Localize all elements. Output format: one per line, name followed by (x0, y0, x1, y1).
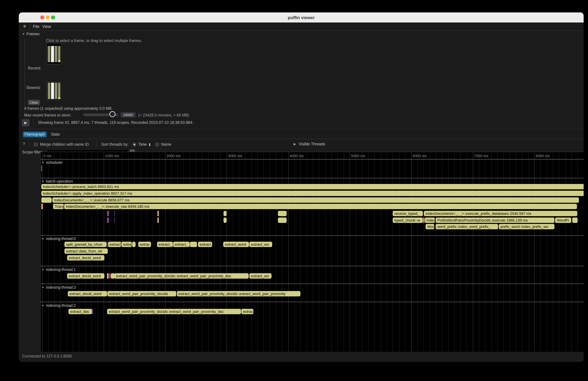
gridline-minor (436, 152, 436, 359)
scope-bar[interactable]: typed_chunk::w (393, 217, 423, 223)
menu-view[interactable]: View (42, 24, 51, 29)
scope-bar[interactable]: extract_word (223, 242, 249, 247)
scope-bar[interactable]: IndexDocuments<_, _>::execute_prefix_dat… (424, 211, 577, 216)
scope-bar[interactable]: Word (426, 224, 434, 229)
scope-bar[interactable] (107, 273, 108, 279)
scope-bar[interactable] (157, 217, 159, 223)
scope-bar[interactable] (108, 217, 108, 223)
scope-bar[interactable] (114, 211, 115, 216)
sort-time-label[interactable]: Time (138, 142, 147, 146)
scope-bar[interactable] (423, 217, 424, 223)
scope-bar[interactable]: extract_ (173, 242, 189, 247)
help-button[interactable]: ? (23, 142, 25, 146)
frames-section-header[interactable]: ▼Frames (22, 32, 40, 36)
scope-bar[interactable] (278, 211, 287, 216)
slowest-frames-thumbnail[interactable] (46, 82, 62, 100)
scope-bar[interactable]: extract_wo (249, 273, 271, 279)
scope-bar[interactable]: extract_doc (68, 309, 91, 314)
scope-bar[interactable]: prefix_word::index_prefix_wo (499, 224, 554, 229)
frame-bar[interactable] (58, 83, 61, 99)
max-frames-value[interactable]: 18000 (121, 112, 136, 118)
frame-bar[interactable] (55, 46, 57, 62)
scope-bar[interactable]: extract_word_pair_proximity_docids::extr… (177, 291, 300, 296)
menu-file[interactable]: File (33, 24, 40, 29)
scope-bar[interactable] (114, 217, 115, 223)
scope-bar[interactable] (108, 273, 109, 279)
clear-frames-button[interactable]: Clear (28, 100, 40, 105)
scope-bar[interactable] (106, 242, 107, 247)
scope-bar[interactable]: extract_docid_word (68, 291, 107, 296)
tab-flamegraph[interactable]: Flamegraph (23, 132, 47, 137)
scope-bar[interactable]: extract_docid_word (67, 255, 104, 260)
scope-bar[interactable]: extrac (138, 242, 151, 247)
scope-bar[interactable]: index (425, 217, 435, 223)
sort-time-radio[interactable] (132, 142, 137, 147)
scope-bar[interactable] (223, 211, 227, 216)
scope-bar[interactable] (108, 211, 108, 216)
scope-bar[interactable] (111, 273, 115, 279)
thread-section-header[interactable]: ▼indexing-thread:2 (42, 303, 76, 307)
gridline-minor (300, 152, 301, 359)
scope-bar[interactable]: extract_word_pair_proximity_docids::extr… (114, 273, 249, 279)
scope-bar[interactable]: extract (108, 242, 121, 247)
gridline-minor (141, 152, 141, 359)
scope-bar[interactable] (91, 309, 93, 314)
scope-bar[interactable]: extract_wo (249, 242, 272, 247)
scope-bar[interactable]: extract_word_pair_proximity_docids (107, 291, 176, 296)
gridline-minor (116, 152, 116, 359)
thread-section-header[interactable]: ▼indexing-thread:3 (42, 285, 76, 289)
tab-stats[interactable]: Stats (51, 132, 60, 136)
thread-section-header[interactable]: ▼indexing-thread:1 (42, 268, 76, 272)
scope-bar[interactable] (41, 204, 43, 209)
frame-bar[interactable] (58, 46, 61, 62)
scope-bar[interactable]: extra (122, 242, 132, 247)
play-button[interactable]: ▶ (22, 119, 30, 127)
scope-bar[interactable] (107, 211, 108, 216)
gridline-minor (516, 152, 516, 359)
frame-bar-selected[interactable] (51, 83, 54, 99)
scope-bar[interactable] (223, 217, 227, 223)
scope-bar[interactable]: extract::data_from_ob (64, 248, 107, 254)
time-axis-label-top: 6000 ms (413, 154, 427, 158)
max-frames-slider-knob[interactable] (109, 111, 115, 117)
frame-bar[interactable] (48, 83, 50, 99)
scope-bar[interactable] (110, 273, 110, 279)
thread-section-header[interactable]: ▼scheduler (42, 160, 63, 165)
flamegraph-panel[interactable]: 0 ms1000 ms2000 ms3000 ms4000 ms5000 ms6… (40, 152, 584, 360)
scope-bar[interactable]: extrac (241, 309, 253, 314)
merge-children-checkbox[interactable] (34, 142, 38, 147)
gridline-minor (294, 152, 295, 359)
scope-bar[interactable]: extract (198, 242, 212, 247)
scope-bar[interactable] (107, 217, 108, 223)
scope-bar[interactable] (132, 242, 136, 247)
scope-bar[interactable]: IndexDocuments<_, _>::execute 8656.677 m… (52, 197, 579, 203)
scope-bar[interactable]: extract_word_pair_proximity_docids::extr… (107, 309, 241, 314)
scope-bar[interactable]: extract_docid_word (67, 273, 104, 279)
frame-bar[interactable] (55, 83, 57, 99)
sort-name-label[interactable]: Name (161, 142, 171, 146)
frame-bar[interactable] (48, 46, 50, 62)
scope-bar[interactable]: IndexScheduler>::process_batch 8953.821 … (41, 184, 584, 189)
sort-name-radio[interactable] (155, 142, 159, 147)
visible-threads-header[interactable]: Visible Threads (299, 142, 325, 146)
scope-bar[interactable] (41, 197, 52, 203)
scope-bar[interactable] (157, 211, 159, 216)
scope-bar[interactable]: IndexScheduler>::apply_index_operation 8… (41, 191, 584, 196)
recent-frames-thumbnail[interactable] (46, 43, 62, 64)
scope-bar[interactable]: IndexDocuments<_, _>::execute_raw 8459.1… (64, 204, 577, 209)
scope-bar[interactable]: WordPr (555, 217, 571, 223)
scope-bar[interactable] (190, 242, 197, 247)
thread-section-header[interactable]: ▼batch-operation (42, 179, 73, 183)
scope-bar[interactable]: PrefixWordPairsProximityDocids::execute … (436, 217, 554, 223)
thread-section-header[interactable]: ▼indexing-thread:0 (42, 237, 76, 241)
scope-bar[interactable] (278, 217, 287, 223)
scope-bar[interactable]: receive_typed_ (393, 211, 423, 216)
scope-bar[interactable] (572, 217, 578, 223)
scope-bar[interactable]: Trans (53, 204, 64, 209)
scope-bar[interactable] (41, 166, 42, 171)
scope-bar[interactable]: word_prefix::index_word_prefix_ (436, 224, 498, 229)
app-menu-icon[interactable]: ✳ (23, 24, 26, 29)
scope-bar[interactable]: extract_ (157, 242, 173, 247)
scope-bar[interactable]: split_grenad_by_chun (64, 242, 106, 247)
frame-bar-selected[interactable] (51, 46, 54, 62)
